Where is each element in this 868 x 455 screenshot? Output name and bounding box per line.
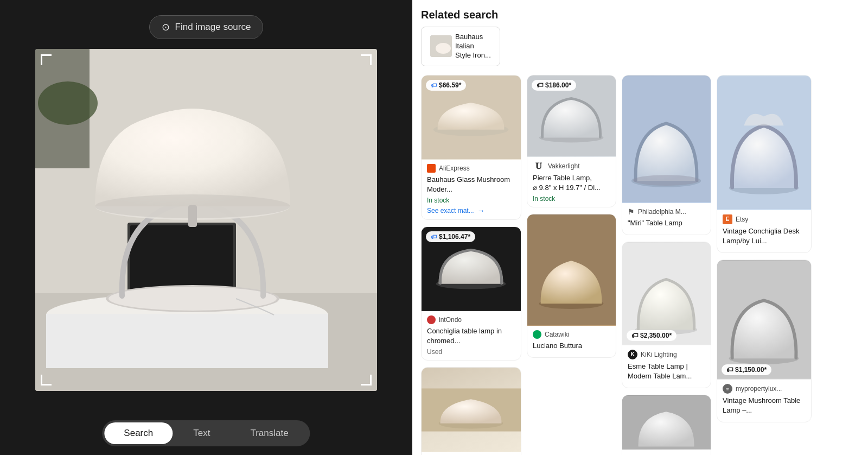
product-info-catawiki-brown: Catawiki Luciano Buttura	[527, 326, 616, 357]
store-name-catawiki-brown: Catawiki	[545, 331, 569, 338]
product-image-wrap-kiki: 🏷 $2,350.00*	[622, 242, 711, 345]
product-image-catawiki-1	[422, 368, 521, 452]
lamp-image	[35, 49, 377, 391]
product-card-1stdibs[interactable]: 1D 1stDibs	[622, 395, 711, 455]
philly-icon: ⚑	[628, 207, 635, 216]
product-card-philly[interactable]: ⚑ Philadelphia M... "Miri" Table Lamp	[622, 75, 711, 235]
selection-corner-bl	[41, 375, 52, 386]
store-row-myprop: m mypropertylux...	[723, 384, 806, 394]
find-image-label: Find image source	[175, 22, 251, 33]
store-name-vakker: Vakkerlight	[548, 162, 579, 170]
product-card-myprop[interactable]: 🏷 $1,150.00* m mypropertylux... Vintage …	[717, 260, 812, 422]
price-tag-myprop: 🏷	[726, 366, 733, 374]
product-title-aliexpress: Bauhaus Glass Mushroom Moder...	[427, 175, 515, 194]
product-card-aliexpress[interactable]: 🏷 $66.59* AliExpress Bauhaus Glass Mushr…	[421, 75, 521, 220]
left-panel: ⊙ Find image source	[0, 0, 412, 455]
product-card-catawiki-brown[interactable]: Catawiki Luciano Buttura	[527, 214, 616, 358]
price-value-vakker: $186.00*	[545, 81, 571, 89]
right-panel: Related search BauhausItalianStyle Iron.…	[412, 0, 868, 455]
find-image-source-button[interactable]: ⊙ Find image source	[149, 15, 264, 39]
product-col-3: ⚑ Philadelphia M... "Miri" Table Lamp	[622, 75, 711, 455]
product-info-1stdibs: 1D 1stDibs	[622, 450, 711, 455]
product-image-wrap-brown	[527, 214, 616, 326]
product-card-kiki[interactable]: 🏷 $2,350.00* K KiKi Lighting Esme Table …	[622, 242, 711, 388]
product-info-vakker: 𝐔 Vakkerlight Pierre Table Lamp,⌀ 9.8" x…	[527, 157, 616, 207]
product-status-intondo: Used	[427, 348, 515, 356]
product-info-myprop: m mypropertylux... Vintage Mushroom Tabl…	[717, 380, 811, 422]
product-info-aliexpress: AliExpress Bauhaus Glass Mushroom Moder.…	[422, 160, 521, 219]
store-row-aliexpress: AliExpress	[427, 164, 515, 173]
product-card-vakker[interactable]: 🏷 $186.00* 𝐔 Vakkerlight Pierre Table La…	[527, 75, 616, 207]
svg-point-27	[633, 175, 699, 186]
product-info-kiki: K KiKi Lighting Esme Table Lamp | Modern…	[622, 345, 711, 388]
tab-search[interactable]: Search	[104, 422, 173, 444]
product-title-catawiki-brown: Luciano Buttura	[533, 341, 610, 351]
product-image-philly	[622, 75, 711, 203]
svg-rect-3	[46, 314, 328, 368]
product-image-brown	[527, 214, 616, 326]
related-chip-bauhaus[interactable]: BauhausItalianStyle Iron...	[421, 27, 500, 66]
price-badge-myprop: 🏷 $1,150.00*	[722, 364, 771, 375]
see-exact-matches[interactable]: See exact mat... →	[427, 206, 515, 215]
product-card-intondo[interactable]: 🏷 $1,106.47* intOndo Conchiglia table la…	[421, 226, 521, 361]
product-info-philly: ⚑ Philadelphia M... "Miri" Table Lamp	[622, 203, 711, 235]
svg-rect-12	[188, 205, 197, 227]
product-col-2: 🏷 $186.00* 𝐔 Vakkerlight Pierre Table La…	[527, 75, 616, 455]
myprop-icon: m	[723, 384, 732, 394]
product-title-etsy: Vintage Conchiglia Desk Lamp/by Lui...	[723, 226, 806, 246]
catawiki-icon-2	[533, 330, 541, 339]
product-image-1stdibs	[622, 395, 711, 450]
product-image-etsy	[717, 75, 811, 210]
product-image-wrap-vakker: 🏷 $186.00*	[527, 75, 616, 157]
selection-corner-tr	[361, 54, 372, 65]
related-search-panel: Related search BauhausItalianStyle Iron.…	[421, 9, 859, 66]
price-value-kiki: $2,350.00*	[640, 332, 672, 339]
vakker-icon: 𝐔	[533, 161, 545, 171]
tab-text[interactable]: Text	[174, 422, 229, 444]
intondo-icon	[427, 315, 436, 324]
store-name-etsy: Etsy	[736, 216, 748, 223]
product-col-4: E Etsy Vintage Conchiglia Desk Lamp/by L…	[717, 75, 812, 455]
product-title-vakker: Pierre Table Lamp,⌀ 9.8" x H 19.7" / Di.…	[533, 173, 610, 193]
product-image-wrap-1: 🏷 $66.59*	[422, 75, 521, 160]
product-card-etsy[interactable]: E Etsy Vintage Conchiglia Desk Lamp/by L…	[717, 75, 812, 253]
store-row-catawiki-brown: Catawiki	[533, 330, 610, 339]
product-info-intondo: intOndo Conchiglia table lamp in chromed…	[422, 311, 521, 360]
product-title-philly: "Miri" Table Lamp	[628, 218, 705, 228]
store-row-etsy: E Etsy	[723, 214, 806, 224]
svg-point-5	[38, 81, 98, 125]
product-title-myprop: Vintage Mushroom Table Lamp –...	[723, 396, 806, 415]
bottom-tab-bar: Search Text Translate	[102, 420, 310, 446]
store-name-myprop: mypropertylux...	[736, 385, 782, 393]
product-status-aliexpress: In stock	[427, 197, 515, 204]
product-title-kiki: Esme Table Lamp | Modern Table Lam...	[628, 362, 705, 381]
etsy-icon: E	[723, 214, 732, 224]
kiki-icon: K	[628, 350, 637, 359]
product-status-vakker: In stock	[533, 195, 610, 203]
see-exact-label: See exact mat...	[427, 207, 474, 214]
store-row-intondo: intOndo	[427, 315, 515, 324]
source-image-container	[35, 49, 377, 391]
lens-icon: ⊙	[162, 21, 170, 33]
product-grid: 🏷 $66.59* AliExpress Bauhaus Glass Mushr…	[421, 75, 859, 455]
store-name-philly: Philadelphia M...	[638, 208, 686, 216]
store-row-vakker: 𝐔 Vakkerlight	[533, 161, 610, 171]
product-info-catawiki-1: Catawiki Luciano Buttura	[422, 452, 521, 455]
product-card-catawiki-1[interactable]: Catawiki Luciano Buttura	[421, 367, 521, 455]
price-tag-icon: 🏷	[431, 82, 437, 89]
store-name-intondo: intOndo	[439, 316, 462, 324]
price-tag-icon-2: 🏷	[431, 233, 437, 240]
price-tag-icon-vakker: 🏷	[537, 81, 543, 89]
product-info-etsy: E Etsy Vintage Conchiglia Desk Lamp/by L…	[717, 210, 811, 252]
product-image-wrap-philly	[622, 75, 711, 203]
price-badge-intondo: 🏷 $1,106.47*	[426, 231, 475, 242]
product-image-wrap-2: 🏷 $1,106.47*	[422, 227, 521, 311]
price-value-2: $1,106.47*	[439, 233, 470, 241]
svg-point-14	[436, 43, 451, 54]
selection-corner-tl	[41, 54, 52, 65]
see-exact-arrow-icon: →	[477, 206, 485, 215]
chip-label: BauhausItalianStyle Iron...	[455, 33, 491, 60]
tab-translate[interactable]: Translate	[231, 422, 308, 444]
price-value-myprop: $1,150.00*	[735, 366, 767, 374]
selection-corner-br	[361, 375, 372, 386]
